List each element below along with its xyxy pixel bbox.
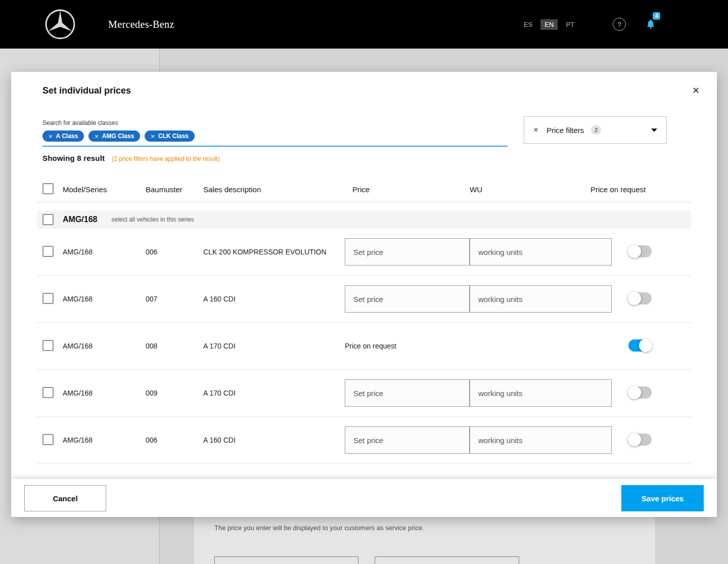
brand-title: Mercedes-Benz — [108, 19, 174, 30]
series-group-row: AMG/168 select all vehicles in this seri… — [37, 210, 691, 229]
search-field-label: Search for available classes — [42, 119, 508, 126]
table-row: AMG/168008A 170 CDIPrice on request — [37, 323, 691, 370]
language-switcher: ESENPT — [521, 19, 577, 30]
price-on-request-toggle[interactable] — [628, 433, 652, 446]
language-option-pt[interactable]: PT — [563, 19, 577, 30]
save-prices-button[interactable]: Save prices — [621, 485, 704, 511]
class-filter-chip[interactable]: ×AMG Class — [88, 131, 140, 142]
row-sales-description: A 170 CDI — [198, 389, 339, 397]
table-row: AMG/168006A 160 CDI — [37, 417, 691, 464]
column-model-series: Model/Series — [57, 185, 140, 194]
row-sales-description: A 160 CDI — [198, 295, 339, 303]
row-baumuster: 009 — [140, 389, 198, 397]
price-filters-label: Price filters — [547, 126, 584, 135]
vehicles-table: Model/Series Baumuster Sales description… — [37, 177, 691, 464]
row-checkbox[interactable] — [42, 434, 54, 445]
row-model-series: AMG/168 — [57, 342, 140, 350]
close-icon[interactable]: ✕ — [687, 83, 705, 98]
clear-filters-icon[interactable]: × — [533, 125, 538, 135]
price-on-request-toggle[interactable] — [628, 292, 652, 305]
chevron-down-icon[interactable] — [651, 128, 657, 132]
row-model-series: AMG/168 — [57, 295, 140, 303]
row-baumuster: 006 — [140, 436, 198, 444]
selected-class-chips: ×A Class×AMG Class×CLK Class — [42, 131, 508, 142]
set-price-input[interactable] — [345, 379, 470, 407]
chip-label: A Class — [56, 133, 78, 140]
results-summary: Showing 8 result — [42, 154, 105, 162]
language-option-en[interactable]: EN — [540, 19, 558, 30]
row-sales-description: A 160 CDI — [198, 436, 339, 444]
modal-title: Set individual prices — [42, 85, 131, 96]
table-row: AMG/168009A 170 CDI — [37, 370, 691, 417]
bell-icon — [645, 18, 656, 30]
row-checkbox[interactable] — [42, 246, 54, 257]
chip-label: CLK Class — [158, 133, 189, 140]
top-navigation-bar: Mercedes-Benz ESENPT ? 4 — [0, 0, 728, 49]
class-search-field[interactable]: Search for available classes ×A Class×AM… — [42, 119, 508, 147]
cancel-button[interactable]: Cancel — [24, 485, 106, 511]
working-units-input[interactable] — [470, 379, 612, 407]
series-name: AMG/168 — [63, 215, 97, 224]
modal-footer: Cancel Save prices — [11, 479, 717, 517]
table-row: AMG/168006CLK 200 KOMPRESSOR EVOLUTION — [37, 229, 691, 276]
row-model-series: AMG/168 — [57, 436, 140, 444]
column-wu: WU — [464, 185, 606, 194]
remove-chip-icon[interactable]: × — [151, 133, 155, 140]
row-checkbox[interactable] — [42, 340, 54, 351]
table-header-row: Model/Series Baumuster Sales description… — [37, 177, 691, 202]
set-price-input[interactable] — [345, 285, 470, 313]
row-model-series: AMG/168 — [57, 248, 140, 256]
row-baumuster: 008 — [140, 342, 198, 350]
toggle-knob — [628, 386, 641, 399]
class-filter-chip[interactable]: ×A Class — [42, 131, 84, 142]
results-filter-note: (2 price filters have applied to the res… — [112, 155, 219, 162]
row-checkbox[interactable] — [42, 293, 54, 304]
price-filters-dropdown[interactable]: × Price filters 2 — [524, 116, 667, 144]
toggle-knob — [628, 433, 641, 446]
column-baumuster: Baumuster — [140, 185, 198, 194]
notifications-button[interactable]: 4 — [645, 18, 656, 30]
help-icon[interactable]: ? — [613, 18, 626, 31]
mercedes-logo — [44, 9, 76, 40]
price-on-request-text: Price on request — [339, 342, 464, 350]
price-on-request-toggle[interactable] — [628, 245, 652, 257]
row-model-series: AMG/168 — [57, 389, 140, 397]
filter-count-badge: 2 — [591, 125, 601, 135]
table-row: AMG/168007A 160 CDI — [37, 276, 691, 323]
row-sales-description: CLK 200 KOMPRESSOR EVOLUTION — [198, 248, 339, 256]
row-checkbox[interactable] — [42, 387, 54, 398]
series-select-hint: select all vehicles in this series — [111, 216, 194, 223]
toggle-knob — [628, 245, 641, 258]
select-series-checkbox[interactable] — [42, 214, 54, 225]
working-units-input[interactable] — [470, 426, 612, 454]
table-body: AMG/168006CLK 200 KOMPRESSOR EVOLUTIONAM… — [37, 229, 691, 464]
price-on-request-toggle[interactable] — [628, 386, 652, 399]
notification-count-badge: 4 — [653, 12, 660, 20]
set-price-input[interactable] — [345, 426, 470, 454]
price-on-request-toggle[interactable] — [628, 339, 652, 352]
row-sales-description: A 170 CDI — [198, 342, 339, 350]
column-price-on-request: Price on request — [590, 185, 691, 194]
language-option-es[interactable]: ES — [521, 19, 535, 30]
chip-label: AMG Class — [102, 133, 134, 140]
working-units-input[interactable] — [470, 285, 612, 313]
toggle-knob — [639, 339, 652, 352]
toggle-knob — [628, 292, 641, 305]
row-baumuster: 006 — [140, 248, 198, 256]
class-filter-chip[interactable]: ×CLK Class — [145, 131, 195, 142]
column-sales-description: Sales description — [198, 185, 339, 194]
set-individual-prices-modal: Set individual prices ✕ Search for avail… — [11, 72, 717, 517]
remove-chip-icon[interactable]: × — [49, 133, 53, 140]
remove-chip-icon[interactable]: × — [95, 133, 99, 140]
column-price: Price — [339, 185, 464, 194]
set-price-input[interactable] — [345, 238, 470, 266]
working-units-input[interactable] — [470, 238, 612, 266]
row-baumuster: 007 — [140, 295, 198, 303]
select-all-checkbox[interactable] — [42, 183, 54, 194]
